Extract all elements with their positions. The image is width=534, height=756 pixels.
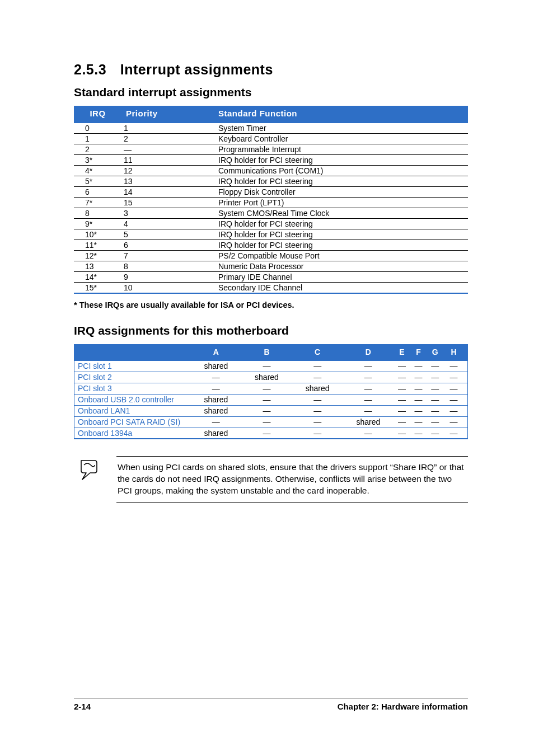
cell-value: — [241, 428, 292, 439]
cell-value: — [292, 416, 343, 428]
cell-priority: 13 [121, 176, 214, 187]
cell-irq: 15* [74, 283, 121, 294]
table-row: 14*9Primary IDE Channel [74, 272, 468, 283]
cell-function: IRQ holder for PCI steering [214, 229, 468, 240]
col-f: F [410, 344, 427, 360]
table-row: 12*7PS/2 Compatible Mouse Port [74, 251, 468, 261]
col-a: A [191, 344, 242, 360]
cell-value: — [241, 416, 292, 428]
cell-device: PCI slot 3 [74, 383, 191, 394]
cell-value: — [427, 383, 443, 394]
cell-function: Secondary IDE Channel [214, 283, 468, 294]
cell-value: — [292, 428, 343, 439]
cell-irq: 5* [74, 176, 121, 187]
cell-value: — [191, 383, 242, 394]
table-row: 83System CMOS/Real Time Clock [74, 208, 468, 219]
cell-value: — [410, 405, 427, 416]
cell-value: — [443, 372, 467, 383]
cell-irq: 8 [74, 208, 121, 219]
cell-value: — [427, 428, 443, 439]
cell-function: Programmable Interrupt [214, 144, 468, 155]
cell-value: — [292, 405, 343, 416]
cell-irq: 9* [74, 219, 121, 229]
table-row: 3*11IRQ holder for PCI steering [74, 155, 468, 166]
cell-priority: 5 [121, 229, 214, 240]
table-row: Onboard LAN1shared——————— [74, 405, 468, 416]
cell-function: System Timer [214, 123, 468, 134]
cell-value: — [343, 383, 394, 394]
note-text: When using PCI cards on shared slots, en… [116, 456, 468, 503]
cell-value: — [343, 428, 394, 439]
cell-value: — [292, 372, 343, 383]
cell-device: PCI slot 1 [74, 360, 191, 372]
cell-device: Onboard LAN1 [74, 405, 191, 416]
cell-value: — [443, 394, 467, 405]
table-row: Onboard PCI SATA RAID (SI)———shared———— [74, 416, 468, 428]
col-e: E [394, 344, 410, 360]
cell-function: PS/2 Compatible Mouse Port [214, 251, 468, 261]
cell-value: — [394, 383, 410, 394]
cell-value: — [410, 428, 427, 439]
cell-value: shared [191, 394, 242, 405]
col-priority: Priority [121, 106, 214, 123]
irq-footnote: * These IRQs are usually available for I… [74, 300, 468, 309]
motherboard-irq-table: ABCDEFGH PCI slot 1shared———————PCI slot… [74, 344, 468, 439]
cell-function: Keyboard Controller [214, 134, 468, 144]
cell-value: — [443, 383, 467, 394]
cell-value: — [343, 372, 394, 383]
subheading-standard: Standard interrupt assignments [74, 86, 468, 99]
cell-value: — [191, 416, 242, 428]
table-row: PCI slot 1shared——————— [74, 360, 468, 372]
cell-function: Communications Port (COM1) [214, 166, 468, 176]
cell-value: — [343, 394, 394, 405]
cell-device: Onboard 1394a [74, 428, 191, 439]
col-c: C [292, 344, 343, 360]
cell-irq: 2 [74, 144, 121, 155]
cell-value: shared [191, 360, 242, 372]
cell-priority: 9 [121, 272, 214, 283]
cell-priority: 14 [121, 187, 214, 198]
cell-value: shared [292, 383, 343, 394]
cell-priority: 11 [121, 155, 214, 166]
cell-function: System CMOS/Real Time Clock [214, 208, 468, 219]
subheading-motherboard: IRQ assignments for this motherboard [74, 324, 468, 337]
section-heading: 2.5.3 Interrupt assignments [74, 62, 468, 78]
cell-priority: 4 [121, 219, 214, 229]
cell-value: — [443, 360, 467, 372]
table-row: 12Keyboard Controller [74, 134, 468, 144]
table-row: 138Numeric Data Processor [74, 261, 468, 272]
cell-function: IRQ holder for PCI steering [214, 155, 468, 166]
cell-device: Onboard PCI SATA RAID (SI) [74, 416, 191, 428]
cell-priority: 6 [121, 240, 214, 251]
cell-device: Onboard USB 2.0 controller [74, 394, 191, 405]
page-footer: 2-14 Chapter 2: Hardware information [74, 698, 468, 711]
col-d: D [343, 344, 394, 360]
table-row: 2—Programmable Interrupt [74, 144, 468, 155]
cell-value: — [241, 405, 292, 416]
cell-function: IRQ holder for PCI steering [214, 240, 468, 251]
cell-irq: 10* [74, 229, 121, 240]
cell-device: PCI slot 2 [74, 372, 191, 383]
cell-irq: 12* [74, 251, 121, 261]
cell-value: — [241, 394, 292, 405]
cell-irq: 14* [74, 272, 121, 283]
table-row: 5*13IRQ holder for PCI steering [74, 176, 468, 187]
cell-value: — [410, 416, 427, 428]
cell-irq: 6 [74, 187, 121, 198]
col-b: B [241, 344, 292, 360]
cell-value: — [427, 394, 443, 405]
cell-value: shared [343, 416, 394, 428]
cell-priority: — [121, 144, 214, 155]
cell-priority: 8 [121, 261, 214, 272]
table-row: 9*4IRQ holder for PCI steering [74, 219, 468, 229]
cell-irq: 4* [74, 166, 121, 176]
cell-priority: 15 [121, 198, 214, 208]
table-row: 15*10Secondary IDE Channel [74, 283, 468, 294]
cell-value: — [443, 416, 467, 428]
table-row: PCI slot 3——shared————— [74, 383, 468, 394]
cell-irq: 7* [74, 198, 121, 208]
table-row: PCI slot 2—shared—————— [74, 372, 468, 383]
col-g: G [427, 344, 443, 360]
cell-value: — [443, 405, 467, 416]
cell-function: Floppy Disk Controller [214, 187, 468, 198]
